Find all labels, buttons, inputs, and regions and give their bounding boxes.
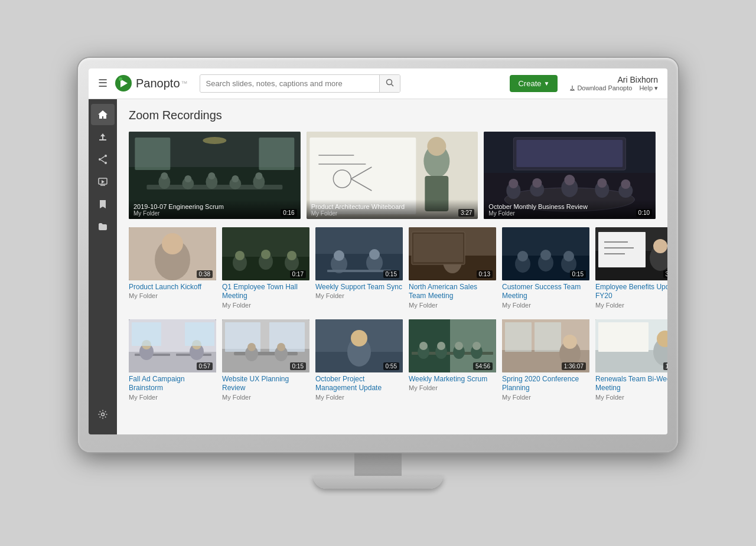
video-info-v4: Product Launch Kickoff My Folder — [129, 280, 216, 302]
svg-point-80 — [517, 251, 528, 261]
hamburger-menu-icon[interactable]: ☰ — [98, 77, 107, 90]
svg-point-112 — [277, 343, 285, 351]
svg-point-5 — [105, 162, 107, 164]
video-card-v2[interactable]: Product Architecture Whiteboard My Folde… — [307, 132, 478, 219]
video-folder-v14: My Folder — [502, 394, 589, 401]
sidebar-item-settings[interactable] — [91, 404, 115, 425]
video-title-v7[interactable]: North American Sales Team Meeting — [409, 283, 496, 301]
video-card-v12[interactable]: 0:55 October Project Management Update M… — [315, 319, 403, 403]
folder-icon — [97, 221, 108, 232]
duration-v9: 3:34 — [663, 270, 667, 278]
svg-point-67 — [334, 250, 344, 261]
video-title-v5[interactable]: Q1 Employee Town Hall Meeting — [222, 283, 309, 301]
video-title-v9[interactable]: Employee Benefits Update FY20 — [595, 283, 667, 301]
video-card-v15[interactable]: 1:20 Renewals Team Bi-Weekly Meeting My … — [595, 319, 667, 403]
video-card-v8[interactable]: 0:15 Customer Success Team Meeting My Fo… — [502, 227, 589, 311]
video-title-v6[interactable]: Weekly Support Team Sync — [315, 283, 403, 292]
video-overlay-v1: 2019-10-07 Engineering Scrum My Folder — [129, 200, 301, 219]
svg-point-11 — [102, 413, 105, 416]
app: ☰ Panopto ™ — [89, 68, 667, 434]
video-card-v6[interactable]: 0:15 Weekly Support Team Sync My Folder — [315, 227, 403, 311]
video-overlay-v2: Product Architecture Whiteboard My Folde… — [307, 200, 478, 219]
search-button[interactable] — [379, 75, 400, 92]
svg-point-110 — [247, 343, 256, 351]
search-icon — [386, 79, 394, 87]
duration-v13: 54:56 — [473, 362, 493, 370]
create-label: Create — [518, 79, 541, 88]
upload-icon — [97, 132, 108, 142]
sidebar-item-folder[interactable] — [91, 216, 115, 237]
video-card-v11[interactable]: 0:15 Website UX Planning Review My Folde… — [222, 319, 309, 403]
video-folder-v12: My Folder — [315, 394, 403, 401]
video-folder-v7: My Folder — [409, 302, 496, 309]
svg-point-123 — [419, 342, 428, 350]
sidebar-item-upload[interactable] — [91, 126, 115, 148]
video-title-v12[interactable]: October Project Management Update — [315, 375, 403, 393]
svg-line-7 — [101, 156, 105, 159]
duration-v5: 0:17 — [290, 270, 306, 278]
video-folder-v8: My Folder — [502, 302, 589, 309]
svg-point-69 — [369, 249, 380, 260]
video-card-v14[interactable]: 1:36:07 Spring 2020 Conference Planning … — [502, 319, 589, 403]
svg-point-1 — [119, 77, 122, 81]
svg-point-24 — [255, 172, 262, 179]
svg-rect-134 — [535, 322, 561, 352]
svg-point-63 — [287, 251, 296, 260]
bookmark-icon — [97, 199, 108, 210]
sidebar-item-watch[interactable] — [91, 171, 115, 192]
video-card-v5[interactable]: 0:17 Q1 Employee Town Hall Meeting My Fo… — [222, 227, 309, 311]
thumb-v15 — [595, 319, 667, 372]
svg-point-25 — [203, 137, 226, 144]
video-title-v14[interactable]: Spring 2020 Conference Planning — [502, 375, 589, 393]
help-link[interactable]: Help ▾ — [639, 84, 658, 92]
user-area: Ari Bixhorn Download Panopto Help ▾ — [569, 75, 658, 92]
duration-v7: 0:13 — [477, 270, 493, 278]
video-info-v15: Renewals Team Bi-Weekly Meeting My Folde… — [595, 372, 667, 403]
svg-rect-108 — [234, 352, 298, 355]
video-title-v4[interactable]: Product Launch Kickoff — [129, 283, 216, 292]
svg-point-42 — [509, 179, 519, 188]
video-title-v10[interactable]: Fall Ad Campaign Brainstorm — [129, 375, 216, 393]
sidebar-item-bookmark[interactable] — [91, 194, 115, 215]
video-card-v4[interactable]: 0:38 Product Launch Kickoff My Folder — [129, 227, 216, 311]
svg-point-4 — [105, 155, 107, 157]
video-card-v13[interactable]: 54:56 Weekly Marketing Scrum My Folder — [409, 319, 496, 403]
play-icon — [97, 176, 108, 187]
svg-point-117 — [351, 330, 367, 346]
video-folder-v4: My Folder — [129, 292, 216, 299]
video-card-v1[interactable]: 2019-10-07 Engineering Scrum My Folder 0… — [129, 132, 301, 219]
video-title-v11[interactable]: Website UX Planning Review — [222, 375, 309, 393]
video-card-v10[interactable]: 0:57 Fall Ad Campaign Brainstorm My Fold… — [129, 319, 216, 403]
video-folder-v11: My Folder — [222, 394, 309, 401]
create-button[interactable]: Create ▼ — [510, 75, 558, 92]
svg-rect-76 — [413, 234, 463, 262]
download-panopto-link[interactable]: Download Panopto — [569, 84, 632, 92]
svg-line-8 — [101, 160, 105, 162]
video-card-v9[interactable]: 3:34 Employee Benefits Update FY20 My Fo… — [595, 227, 667, 311]
video-title-v8[interactable]: Customer Success Team Meeting — [502, 283, 589, 301]
video-title-v15[interactable]: Renewals Team Bi-Weekly Meeting — [595, 375, 667, 393]
svg-point-16 — [161, 172, 168, 179]
svg-point-20 — [208, 172, 215, 179]
video-card-v7[interactable]: 0:13 North American Sales Team Meeting M… — [409, 227, 496, 311]
download-icon — [569, 85, 575, 91]
video-title-v13[interactable]: Weekly Marketing Scrum — [409, 375, 496, 384]
svg-point-2 — [386, 79, 392, 84]
duration-v4: 0:38 — [197, 270, 213, 278]
video-info-v7: North American Sales Team Meeting My Fol… — [409, 280, 496, 311]
svg-point-18 — [184, 175, 191, 182]
video-info-v10: Fall Ad Campaign Brainstorm My Folder — [129, 372, 216, 403]
svg-rect-70 — [327, 270, 391, 272]
duration-v6: 0:15 — [383, 270, 399, 278]
search-input[interactable] — [200, 76, 379, 91]
sidebar-item-home[interactable] — [91, 104, 115, 125]
video-card-v3[interactable]: October Monthly Business Review My Folde… — [484, 132, 656, 219]
video-info-v11: Website UX Planning Review My Folder — [222, 372, 309, 403]
svg-point-46 — [565, 175, 575, 185]
svg-point-6 — [99, 158, 101, 161]
sidebar-item-share[interactable] — [91, 149, 115, 170]
video-info-v12: October Project Management Update My Fol… — [315, 372, 403, 403]
create-chevron-icon: ▼ — [544, 80, 550, 87]
video-folder-v5: My Folder — [222, 302, 309, 309]
search-box[interactable] — [200, 74, 400, 93]
